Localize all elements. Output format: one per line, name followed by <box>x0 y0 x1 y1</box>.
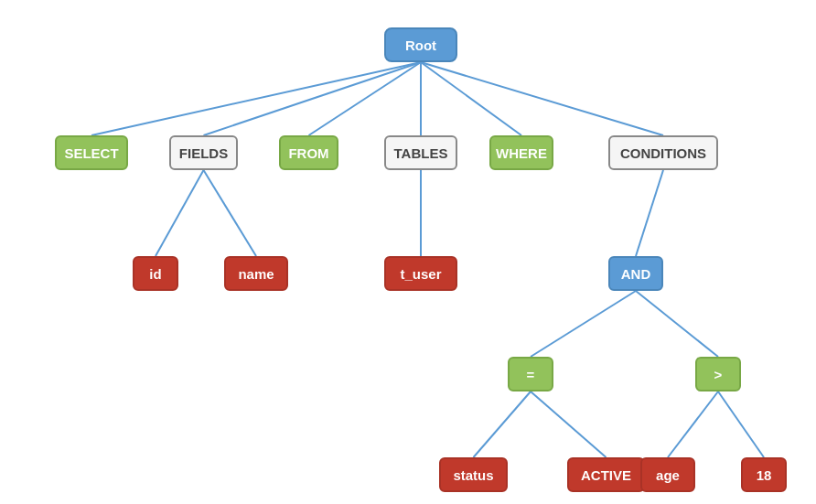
svg-line-10 <box>531 291 636 357</box>
node-root: Root <box>384 27 457 62</box>
node-where: WHERE <box>489 135 553 170</box>
node-conditions: CONDITIONS <box>608 135 718 170</box>
node-active: ACTIVE <box>567 457 645 492</box>
svg-line-9 <box>636 170 663 256</box>
svg-line-5 <box>421 62 663 135</box>
node-id: id <box>133 256 178 291</box>
node-fields: FIELDS <box>169 135 238 170</box>
svg-line-0 <box>91 62 421 135</box>
node-gt: > <box>695 357 741 391</box>
svg-line-12 <box>474 391 531 457</box>
node-tuser: t_user <box>384 256 457 291</box>
node-select: SELECT <box>55 135 128 170</box>
node-name: name <box>224 256 288 291</box>
svg-line-15 <box>718 391 764 457</box>
node-tables: TABLES <box>384 135 457 170</box>
node-from: FROM <box>279 135 338 170</box>
svg-line-4 <box>421 62 521 135</box>
svg-line-7 <box>204 170 257 256</box>
node-age: age <box>640 457 695 492</box>
svg-line-2 <box>309 62 422 135</box>
tree-container: RootSELECTFIELDSFROMTABLESWHERECONDITION… <box>0 0 816 504</box>
node-eq: = <box>508 357 553 391</box>
svg-line-1 <box>204 62 422 135</box>
node-status: status <box>439 457 508 492</box>
svg-line-14 <box>668 391 718 457</box>
node-eighteen: 18 <box>741 457 787 492</box>
svg-line-11 <box>636 291 718 357</box>
node-and: AND <box>608 256 663 291</box>
svg-line-13 <box>531 391 607 457</box>
tree-lines <box>0 0 816 504</box>
svg-line-6 <box>156 170 204 256</box>
